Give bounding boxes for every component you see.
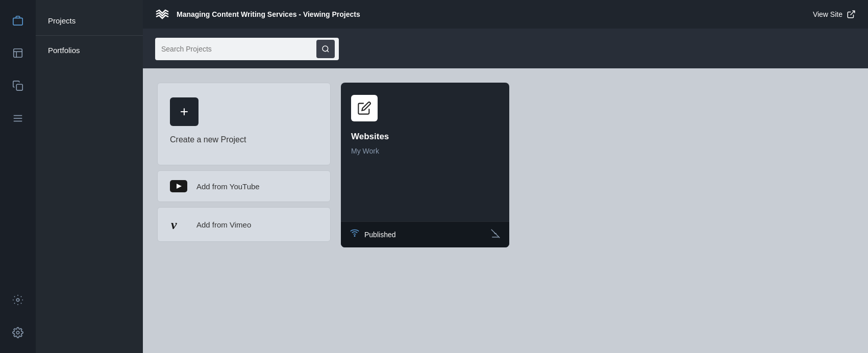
vimeo-label: Add from Vimeo — [196, 220, 251, 229]
app-logo — [155, 9, 169, 19]
search-area — [143, 29, 868, 68]
svg-point-11 — [323, 46, 328, 52]
signal-icon — [350, 229, 359, 240]
svg-point-8 — [16, 298, 19, 301]
left-column: + Create a new Project Add from YouTube — [157, 83, 331, 242]
project-card-spacer — [351, 160, 499, 211]
sidebar: Projects Portfolios — [36, 0, 143, 353]
svg-rect-0 — [13, 18, 22, 25]
plus-icon: + — [180, 105, 188, 119]
briefcase-icon[interactable] — [8, 10, 28, 31]
create-project-label: Create a new Project — [170, 135, 246, 144]
topbar-prefix: Managing — [177, 10, 212, 18]
view-site-label: View Site — [813, 10, 842, 18]
youtube-icon — [170, 180, 187, 192]
eye-settings-icon[interactable] — [8, 290, 28, 310]
create-project-card[interactable]: + Create a new Project — [157, 83, 331, 165]
project-title: Websites — [351, 132, 499, 142]
published-label: Published — [364, 231, 396, 239]
topbar: Managing Content Writing Services - View… — [143, 0, 868, 29]
main-area: Managing Content Writing Services - View… — [143, 0, 868, 353]
svg-rect-4 — [16, 84, 22, 90]
project-card-footer: Published — [341, 221, 509, 247]
icon-bar — [0, 0, 36, 353]
edit-icon[interactable] — [491, 229, 500, 240]
project-card-body: Websites My Work — [341, 83, 509, 221]
svg-point-16 — [354, 236, 355, 237]
project-card-icon — [351, 95, 378, 121]
content-area: + Create a new Project Add from YouTube — [143, 68, 868, 353]
book-icon[interactable] — [8, 43, 28, 63]
view-site-button[interactable]: View Site — [813, 10, 856, 19]
sidebar-item-projects[interactable]: Projects — [36, 10, 143, 31]
svg-point-9 — [16, 331, 19, 334]
settings-icon[interactable] — [8, 322, 28, 343]
project-subtitle: My Work — [351, 147, 499, 155]
search-input[interactable] — [161, 45, 312, 53]
search-button[interactable] — [316, 40, 335, 58]
launch-icon — [847, 10, 856, 19]
svg-line-10 — [851, 11, 855, 15]
sidebar-divider — [36, 35, 143, 36]
svg-rect-1 — [14, 49, 22, 58]
add-vimeo-card[interactable]: v Add from Vimeo — [157, 207, 331, 242]
list-icon[interactable] — [8, 108, 28, 129]
svg-line-12 — [327, 51, 329, 52]
project-card-websites[interactable]: Websites My Work Published — [341, 83, 509, 247]
sidebar-item-portfolios[interactable]: Portfolios — [36, 40, 143, 61]
svg-text:v: v — [171, 217, 177, 232]
plus-icon-box: + — [170, 97, 199, 126]
youtube-label: Add from YouTube — [196, 182, 260, 191]
topbar-site-name: Content Writing Services — [212, 10, 296, 18]
topbar-section: Projects — [332, 10, 360, 18]
search-icon — [321, 45, 330, 53]
topbar-title: Managing Content Writing Services - View… — [177, 10, 806, 18]
add-youtube-card[interactable]: Add from YouTube — [157, 170, 331, 202]
vimeo-icon: v — [170, 217, 187, 232]
search-box — [155, 38, 339, 60]
topbar-separator: - Viewing — [296, 10, 332, 18]
published-badge: Published — [350, 229, 396, 240]
copy-icon[interactable] — [8, 75, 28, 96]
